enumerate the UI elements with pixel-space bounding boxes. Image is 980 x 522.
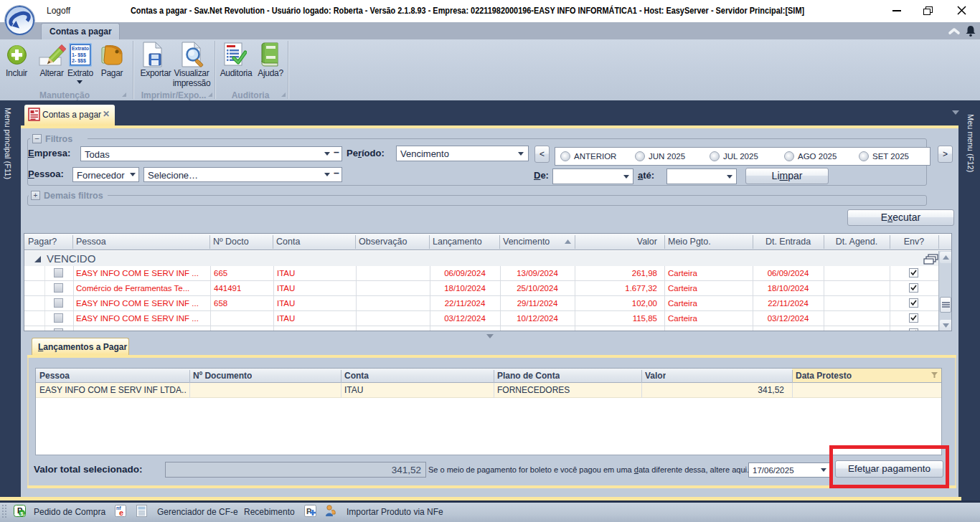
svg-text:Extrato: Extrato bbox=[72, 46, 89, 51]
svg-text:e: e bbox=[119, 508, 123, 517]
svg-text:1- $$$: 1- $$$ bbox=[72, 52, 86, 58]
svg-text:$: $ bbox=[20, 511, 24, 517]
svg-text:P: P bbox=[306, 507, 311, 516]
svg-text:2- $$$: 2- $$$ bbox=[72, 58, 86, 64]
